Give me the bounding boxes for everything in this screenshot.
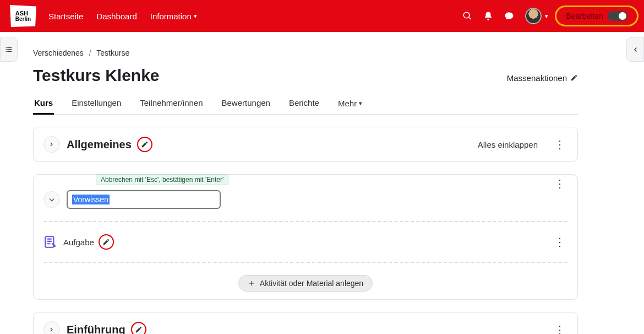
bulk-actions-button[interactable]: Massenaktionen: [507, 73, 578, 83]
chevron-down-icon: [48, 196, 56, 203]
section-toggle[interactable]: [43, 136, 60, 153]
avatar: [525, 8, 542, 24]
section-general: Allgemeines Alles einklappen ⋮: [33, 127, 578, 162]
assignment-icon: [43, 235, 58, 249]
pencil-icon: [570, 74, 578, 82]
tab-course[interactable]: Kurs: [33, 93, 54, 115]
chevron-right-icon: [48, 326, 56, 333]
section-title-input[interactable]: Vorwissen: [67, 190, 221, 209]
tab-settings[interactable]: Einstellungen: [70, 93, 122, 114]
breadcrumb: Verschiedenes / Testkurse: [33, 39, 578, 63]
plus-icon: [248, 279, 255, 287]
divider: [43, 262, 567, 263]
search-icon[interactable]: [462, 11, 472, 21]
chevron-down-icon: ▾: [545, 13, 548, 20]
top-nav: ASH Berlin Startseite Dashboard Informat…: [0, 0, 644, 32]
pencil-icon: [135, 326, 143, 333]
collapse-all-button[interactable]: Alles einklappen: [478, 140, 538, 149]
activity-name: Aufgabe: [63, 238, 94, 247]
logo[interactable]: ASH Berlin: [10, 5, 36, 27]
bell-icon[interactable]: [483, 11, 493, 21]
chat-icon[interactable]: [504, 11, 514, 21]
logo-text-2: Berlin: [15, 17, 31, 22]
tab-more[interactable]: Mehr ▾: [337, 93, 363, 114]
tab-grades[interactable]: Bewertungen: [221, 93, 271, 114]
user-menu[interactable]: ▾: [525, 8, 548, 24]
divider: [43, 221, 567, 222]
breadcrumb-parent[interactable]: Verschiedenes: [33, 49, 84, 57]
drawer-left-toggle[interactable]: [0, 37, 18, 62]
section-title: Einführung: [67, 324, 125, 335]
inline-edit-tooltip: Abbrechen mit 'Esc', bestätigen mit 'Ent…: [96, 174, 228, 185]
section-title: Allgemeines: [67, 138, 132, 151]
nav-link-info[interactable]: Information ▾: [150, 12, 197, 21]
edit-section-title[interactable]: [137, 137, 152, 152]
bulk-actions-label: Massenaktionen: [507, 73, 567, 83]
page-title: Testkurs Klenke: [33, 66, 160, 85]
activity-row[interactable]: Aufgabe ⋮: [43, 234, 567, 250]
course-tabs: Kurs Einstellungen Teilnehmer/innen Bewe…: [33, 93, 578, 115]
nav-actions: ▾ Bearbeiten: [462, 8, 634, 24]
chevron-down-icon: ▾: [359, 100, 362, 107]
chevron-left-icon: [631, 45, 640, 54]
page-content: Verschiedenes / Testkurse Testkurs Klenk…: [0, 32, 611, 334]
tab-reports[interactable]: Berichte: [288, 93, 320, 114]
pencil-icon: [141, 141, 149, 148]
drawer-right-toggle[interactable]: [626, 37, 644, 62]
section-title-input-value: Vorwissen: [72, 195, 110, 204]
breadcrumb-current[interactable]: Testkurse: [96, 49, 129, 57]
edit-mode-toggle[interactable]: Bearbeiten: [559, 9, 634, 23]
nav-link-info-label: Information: [150, 12, 192, 21]
section-toggle[interactable]: [43, 191, 60, 208]
nav-links: Startseite Dashboard Information ▾: [48, 12, 197, 21]
edit-activity-title[interactable]: [99, 234, 114, 250]
pencil-icon: [102, 238, 110, 246]
breadcrumb-sep: /: [86, 49, 95, 57]
edit-section-title[interactable]: [131, 322, 146, 334]
list-icon: [4, 45, 13, 54]
tab-more-label: Mehr: [338, 99, 357, 108]
toggle-switch[interactable]: [608, 11, 627, 21]
section-toggle[interactable]: [43, 321, 60, 334]
section-intro: Einführung ⋮: [33, 312, 578, 334]
section-vorwissen: Abbrechen mit 'Esc', bestätigen mit 'Ent…: [33, 174, 578, 300]
add-activity-label: Aktivität oder Material anlegen: [260, 279, 363, 288]
chevron-down-icon: ▾: [194, 13, 197, 20]
logo-text-1: ASH: [15, 10, 28, 17]
tab-participants[interactable]: Teilnehmer/innen: [139, 93, 204, 114]
edit-toggle-label: Bearbeiten: [566, 12, 603, 20]
nav-link-dashboard[interactable]: Dashboard: [96, 12, 137, 21]
add-activity-button[interactable]: Aktivität oder Material anlegen: [238, 275, 373, 292]
chevron-right-icon: [48, 141, 56, 148]
nav-link-home[interactable]: Startseite: [48, 12, 83, 21]
